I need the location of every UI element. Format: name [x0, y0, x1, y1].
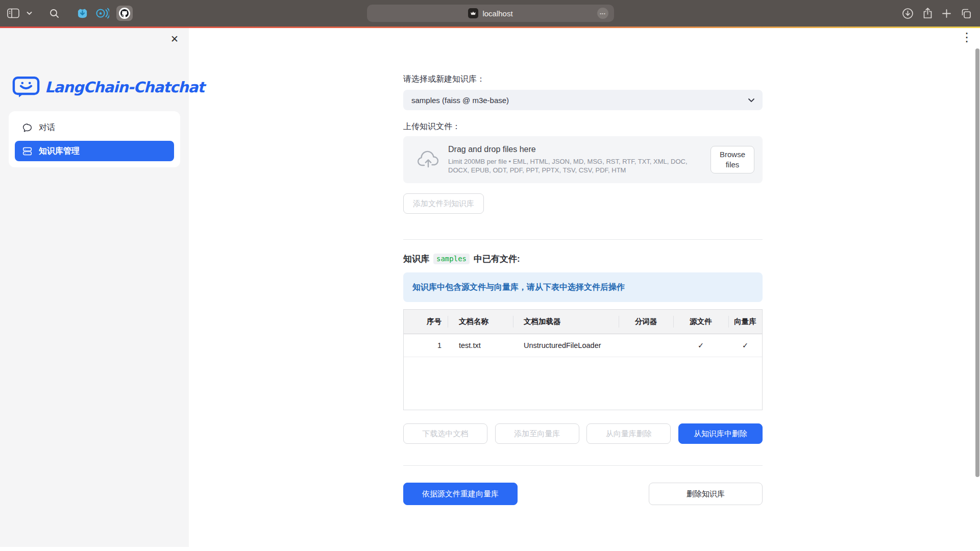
sidebar-item-label: 知识库管理: [39, 146, 80, 157]
dropzone-hint: Limit 200MB per file • EML, HTML, JSON, …: [448, 157, 701, 174]
scrollbar-thumb[interactable]: [975, 48, 979, 477]
address-bar[interactable]: localhost •••: [367, 5, 614, 22]
browse-files-button[interactable]: Browse files: [710, 146, 754, 173]
kb-select-label: 请选择或新建知识库：: [403, 74, 763, 85]
database-icon: [22, 146, 33, 157]
table-header-row: 序号 文档名称 文档加载器 分词器 源文件 向量库: [404, 310, 762, 334]
col-header-name[interactable]: 文档名称: [448, 310, 513, 334]
col-header-loader[interactable]: 文档加载器: [513, 310, 619, 334]
add-files-to-kb-button[interactable]: 添加文件到知识库: [403, 193, 484, 214]
url-text: localhost: [482, 9, 512, 18]
kb-select[interactable]: samples (faiss @ m3e-base): [403, 90, 763, 110]
info-banner-text: 知识库中包含源文件与向量库，请从下表中选择文件后操作: [412, 282, 625, 293]
website-settings-icon[interactable]: •••: [597, 8, 608, 19]
search-icon[interactable]: [50, 9, 59, 18]
col-header-source[interactable]: 源文件: [673, 310, 728, 334]
downloads-icon[interactable]: [902, 8, 914, 19]
files-heading-prefix: 知识库: [403, 253, 429, 265]
sidebar-item-kb-management[interactable]: 知识库管理: [15, 141, 174, 161]
chevron-down-icon[interactable]: [27, 11, 32, 15]
tab-overview-icon[interactable]: [960, 8, 972, 19]
delete-from-kb-button[interactable]: 从知识库中删除: [678, 423, 763, 444]
logo-text: LangChain-Chatchat: [45, 79, 204, 96]
app-page: ⋮ ✕ LangChain-Chatchat: [0, 28, 980, 551]
sidebar: ✕ LangChain-Chatchat 对: [0, 28, 189, 547]
cat-extension-icon[interactable]: [77, 8, 88, 19]
table-empty-area: [404, 357, 762, 410]
cell-index[interactable]: 1: [404, 334, 448, 357]
cell-splitter[interactable]: [619, 334, 673, 357]
col-header-index[interactable]: 序号: [404, 310, 448, 334]
cloud-upload-icon: [416, 151, 440, 169]
github-extension-icon[interactable]: [116, 6, 133, 21]
share-icon[interactable]: [922, 7, 933, 19]
upload-label: 上传知识文件：: [403, 121, 763, 132]
col-header-splitter[interactable]: 分词器: [619, 310, 673, 334]
sidebar-toggle-icon[interactable]: [7, 8, 19, 18]
kb-select-value: samples (faiss @ m3e-base): [411, 96, 509, 105]
browser-toolbar: localhost •••: [0, 0, 980, 27]
delete-kb-button[interactable]: 删除知识库: [649, 483, 763, 505]
add-to-vectorstore-button[interactable]: 添加至向量库: [495, 423, 579, 444]
kb-action-buttons: 依据源文件重建向量库 删除知识库: [403, 483, 763, 505]
sidebar-item-label: 对话: [39, 122, 55, 133]
signal-circles-extension-icon[interactable]: [95, 7, 109, 19]
divider: [403, 239, 763, 240]
info-banner: 知识库中包含源文件与向量库，请从下表中选择文件后操作: [403, 272, 763, 302]
logo-chat-bubble-icon: [12, 76, 40, 99]
chevron-down-icon: [748, 98, 755, 103]
table-row[interactable]: 1 test.txt UnstructuredFileLoader ✓ ✓: [404, 334, 762, 357]
files-heading-suffix: 中已有文件:: [474, 253, 520, 265]
download-selected-button[interactable]: 下载选中文档: [403, 423, 487, 444]
cell-loader[interactable]: UnstructuredFileLoader: [513, 334, 619, 357]
files-heading: 知识库 samples 中已有文件:: [403, 253, 763, 265]
file-dropzone[interactable]: Drag and drop files here Limit 200MB per…: [403, 136, 763, 183]
rebuild-vectorstore-button[interactable]: 依据源文件重建向量库: [403, 483, 518, 505]
chat-bubble-icon: [22, 122, 33, 133]
cell-source-check[interactable]: ✓: [673, 334, 728, 357]
kb-name-code: samples: [433, 254, 470, 264]
cell-vector-check[interactable]: ✓: [728, 334, 762, 357]
app-logo: LangChain-Chatchat: [12, 76, 204, 99]
row-action-buttons: 下载选中文档 添加至向量库 从向量库删除 从知识库中删除: [403, 423, 763, 444]
dropzone-title: Drag and drop files here: [448, 145, 701, 154]
main-content: 请选择或新建知识库： samples (faiss @ m3e-base) 上传…: [403, 28, 763, 505]
new-tab-icon[interactable]: [942, 9, 951, 18]
app-menu-kebab-icon[interactable]: ⋮: [961, 30, 973, 44]
files-table: 序号 文档名称 文档加载器 分词器 源文件 向量库 1 test.txt Uns…: [403, 309, 763, 410]
cell-name[interactable]: test.txt: [448, 334, 513, 357]
divider: [403, 465, 763, 466]
col-header-vector[interactable]: 向量库: [728, 310, 762, 334]
delete-from-vectorstore-button[interactable]: 从向量库删除: [586, 423, 671, 444]
site-favicon: [468, 8, 478, 18]
sidebar-item-dialogue[interactable]: 对话: [15, 117, 174, 138]
sidebar-nav: 对话 知识库管理: [9, 111, 180, 167]
sidebar-close-icon[interactable]: ✕: [170, 33, 179, 45]
